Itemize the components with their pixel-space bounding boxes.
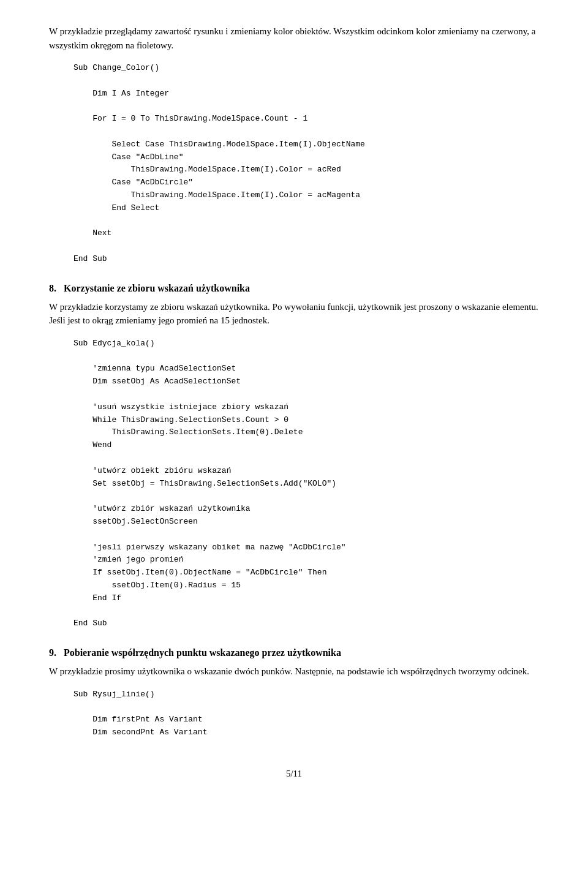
code-block-3: Sub Rysuj_linie() Dim firstPnt As Varian… <box>49 688 539 739</box>
section-8-title: Korzystanie ze zbioru wskazań użytkownik… <box>64 283 250 293</box>
section-9-title: Pobieranie współrzędnych punktu wskazane… <box>64 647 341 658</box>
section-8-number: 8. <box>49 283 56 293</box>
code-block-1: Sub Change_Color() Dim I As Integer For … <box>49 62 539 266</box>
section-9-intro-1: W przykładzie prosimy użytkownika o wska… <box>49 664 539 679</box>
intro-paragraph-1: W przykładzie przeglądamy zawartość rysu… <box>49 24 539 52</box>
page-number: 5/11 <box>286 769 302 778</box>
page-footer: 5/11 <box>49 769 539 779</box>
code-block-2: Sub Edycja_kola() 'zmienna typu AcadSele… <box>49 337 539 630</box>
section-8-intro: W przykładzie korzystamy ze zbioru wskaz… <box>49 300 539 328</box>
section-9-heading: 9. Pobieranie współrzędnych punktu wskaz… <box>49 647 539 658</box>
section-8-heading: 8. Korzystanie ze zbioru wskazań użytkow… <box>49 283 539 294</box>
section-9-number: 9. <box>49 647 56 658</box>
